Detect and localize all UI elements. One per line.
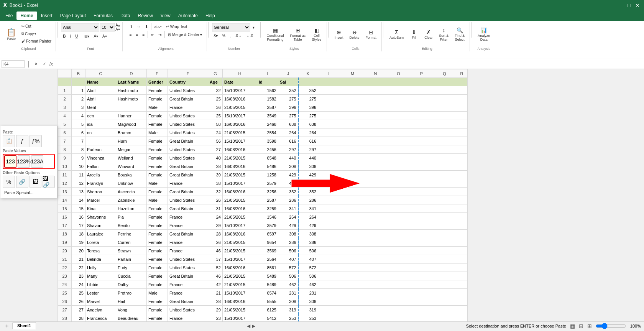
cell-q26[interactable] bbox=[433, 297, 456, 306]
cell-l2[interactable] bbox=[318, 95, 341, 103]
cell-q9[interactable] bbox=[433, 154, 456, 162]
copy-button[interactable]: ⧉ Copy ▾ bbox=[20, 30, 53, 37]
sheet-tab-sheet1[interactable]: Sheet1 bbox=[12, 322, 36, 329]
cell-i9[interactable]: 6548 bbox=[257, 154, 278, 162]
scroll-right-button[interactable]: ▶ bbox=[252, 323, 255, 329]
formula-input[interactable] bbox=[54, 61, 642, 67]
cell-m24[interactable] bbox=[341, 280, 364, 289]
maximize-button[interactable]: □ bbox=[626, 2, 632, 9]
cell-f7[interactable]: Great Britain bbox=[168, 137, 208, 145]
cell-r12[interactable] bbox=[456, 179, 468, 188]
cell-j11[interactable]: 429 bbox=[278, 171, 298, 179]
cell-o2[interactable] bbox=[387, 95, 410, 103]
cell-b26[interactable]: 26 bbox=[72, 297, 85, 306]
cell-r9[interactable] bbox=[456, 154, 468, 162]
cell-n3[interactable] bbox=[364, 103, 387, 112]
cell-m18[interactable] bbox=[341, 230, 364, 238]
cell-g3[interactable]: 36 bbox=[208, 103, 223, 112]
header-cell-g[interactable]: Age bbox=[208, 78, 223, 86]
cell-p3[interactable] bbox=[410, 103, 433, 112]
cell-k8[interactable]: 297 bbox=[298, 145, 318, 154]
cell-k18[interactable]: 308 bbox=[298, 230, 318, 238]
font-size-select[interactable]: 10 bbox=[100, 23, 115, 31]
cell-d8[interactable]: Melgar bbox=[116, 145, 147, 154]
cell-p1[interactable] bbox=[410, 86, 433, 95]
cell-o23[interactable] bbox=[387, 272, 410, 280]
header-cell-h[interactable]: Date bbox=[223, 78, 257, 86]
cell-m1[interactable] bbox=[341, 86, 364, 95]
cell-m2[interactable] bbox=[341, 95, 364, 103]
cell-p28[interactable] bbox=[410, 314, 433, 322]
cell-m28[interactable] bbox=[341, 314, 364, 322]
cell-c10[interactable]: Fallon bbox=[85, 162, 116, 171]
cell-j21[interactable]: 407 bbox=[278, 255, 298, 263]
cell-k14[interactable]: 286 bbox=[298, 196, 318, 204]
cell-o3[interactable] bbox=[387, 103, 410, 112]
cell-m5[interactable] bbox=[341, 120, 364, 128]
cell-q14[interactable] bbox=[433, 196, 456, 204]
col-header-f[interactable]: F bbox=[168, 69, 208, 78]
fill-color-button[interactable]: A▾ bbox=[92, 33, 100, 40]
cell-l3[interactable] bbox=[318, 103, 341, 112]
cell-n2[interactable] bbox=[364, 95, 387, 103]
cell-m8[interactable] bbox=[341, 145, 364, 154]
col-header-c[interactable]: C bbox=[85, 69, 116, 78]
cell-d10[interactable]: Winward bbox=[116, 162, 147, 171]
cell-h16[interactable]: 21/05/2015 bbox=[223, 213, 257, 221]
cell-e12[interactable]: Male bbox=[147, 179, 168, 188]
underline-button[interactable]: U bbox=[73, 33, 80, 40]
cell-k5[interactable]: 638 bbox=[298, 120, 318, 128]
cell-g19[interactable]: 26 bbox=[208, 238, 223, 247]
align-center-button[interactable]: ≡ bbox=[134, 31, 140, 38]
cell-styles-button[interactable]: ◧ CellStyles bbox=[309, 23, 324, 46]
cell-o4[interactable] bbox=[387, 112, 410, 120]
cell-i20[interactable]: 3569 bbox=[257, 247, 278, 255]
cell-j22[interactable]: 572 bbox=[278, 263, 298, 272]
col-header-q[interactable]: Q bbox=[433, 69, 456, 78]
cell-g13[interactable]: 32 bbox=[208, 188, 223, 196]
cell-n22[interactable] bbox=[364, 263, 387, 272]
cell-d19[interactable]: Curren bbox=[116, 238, 147, 247]
cell-e8[interactable]: Female bbox=[147, 145, 168, 154]
cell-r4[interactable] bbox=[456, 112, 468, 120]
cell-e23[interactable]: Female bbox=[147, 272, 168, 280]
cell-l1[interactable] bbox=[318, 86, 341, 95]
cancel-formula-button[interactable]: ✕ bbox=[33, 61, 39, 67]
cell-g22[interactable]: 52 bbox=[208, 263, 223, 272]
cell-i12[interactable]: 2579 bbox=[257, 179, 278, 188]
cut-button[interactable]: ✂ Cut bbox=[20, 23, 53, 30]
cell-g24[interactable]: 42 bbox=[208, 280, 223, 289]
scroll-left-button[interactable]: ◀ bbox=[247, 323, 250, 329]
cell-k12[interactable]: 418 bbox=[298, 179, 318, 188]
cell-m27[interactable] bbox=[341, 306, 364, 314]
cell-i5[interactable]: 2468 bbox=[257, 120, 278, 128]
font-increase-button[interactable]: A▴ bbox=[115, 23, 120, 27]
cell-c13[interactable]: Sherron bbox=[85, 188, 116, 196]
cell-r6[interactable] bbox=[456, 128, 468, 137]
cell-j9[interactable]: 440 bbox=[278, 154, 298, 162]
cell-h11[interactable]: 21/05/2015 bbox=[223, 171, 257, 179]
paste-linked-picture-button[interactable]: 🖼🔗 bbox=[43, 176, 55, 188]
cell-l24[interactable] bbox=[318, 280, 341, 289]
cell-g9[interactable]: 40 bbox=[208, 154, 223, 162]
cell-f19[interactable]: France bbox=[168, 238, 208, 247]
header-cell-i[interactable]: Id bbox=[257, 78, 278, 86]
cell-g26[interactable]: 28 bbox=[208, 297, 223, 306]
cell-r22[interactable] bbox=[456, 263, 468, 272]
cell-e17[interactable]: Female bbox=[147, 221, 168, 230]
cell-g8[interactable]: 27 bbox=[208, 145, 223, 154]
cell-l20[interactable] bbox=[318, 247, 341, 255]
cell-n23[interactable] bbox=[364, 272, 387, 280]
paste-button[interactable]: 📋 Paste bbox=[4, 23, 19, 46]
cell-f4[interactable]: United States bbox=[168, 112, 208, 120]
cell-l25[interactable] bbox=[318, 289, 341, 297]
cell-k28[interactable]: 253 bbox=[298, 314, 318, 322]
header-cell-m[interactable] bbox=[341, 78, 364, 86]
cell-r8[interactable] bbox=[456, 145, 468, 154]
cell-q24[interactable] bbox=[433, 280, 456, 289]
col-header-m[interactable]: M bbox=[341, 69, 364, 78]
cell-m23[interactable] bbox=[341, 272, 364, 280]
cell-c23[interactable]: Many bbox=[85, 272, 116, 280]
cell-h12[interactable]: 15/10/2017 bbox=[223, 179, 257, 188]
cell-j4[interactable]: 275 bbox=[278, 112, 298, 120]
